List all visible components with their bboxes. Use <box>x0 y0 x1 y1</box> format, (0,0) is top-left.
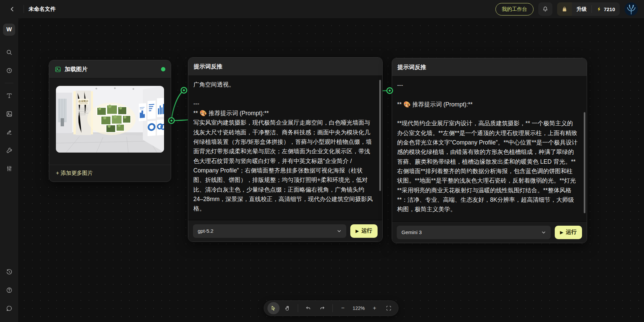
input-port-prompt-b[interactable] <box>386 87 393 94</box>
workflow-canvas[interactable]: 加载图片 企业简介 Company Profile <box>18 18 644 322</box>
coral-avatar-image <box>624 2 638 16</box>
node-prompt-a-header[interactable]: 提示词反推 <box>188 58 382 76</box>
fit-view-button[interactable] <box>383 302 395 314</box>
edge-loadimage-to-prompt-a[interactable] <box>171 90 184 121</box>
node-title: 提示词反推 <box>397 63 426 71</box>
svg-text:企业简介: 企业简介 <box>78 100 89 103</box>
node-title: 加载图片 <box>65 65 88 73</box>
prompt-a-scrollbar[interactable] <box>379 80 381 191</box>
document-title: 未命名文件 <box>29 6 56 13</box>
prompt-b-scrollbar[interactable] <box>584 112 585 213</box>
add-more-images-button[interactable]: + 添加更多图片 <box>49 165 171 182</box>
credits-count: 7210 <box>604 6 615 12</box>
back-button[interactable] <box>6 3 19 15</box>
redo-button[interactable] <box>316 302 328 314</box>
zoom-level[interactable]: 122% <box>351 305 366 311</box>
select-tool-button[interactable] <box>267 302 280 314</box>
divider <box>332 304 333 312</box>
image-node-icon <box>55 66 61 73</box>
run-label: 运行 <box>361 227 372 234</box>
prompt-a-output-text[interactable]: 广角空间透视。 --- ** 🎨 推荐提示词 (Prompt):** 写实风室内… <box>188 76 382 220</box>
pencil-icon <box>6 129 13 136</box>
chat-bubble-icon <box>6 305 13 312</box>
divider <box>298 304 298 312</box>
status-dot <box>161 67 165 71</box>
sliders-icon <box>6 165 13 172</box>
model-select-value: Gemini 3 <box>401 229 422 235</box>
prompt-a-footer: gpt-5.2 ▶ 运行 <box>188 220 382 242</box>
search-button[interactable] <box>3 46 15 59</box>
history-button[interactable] <box>3 64 15 77</box>
help-button[interactable] <box>3 284 15 296</box>
svg-text:Company Profile: Company Profile <box>79 103 88 104</box>
my-workspace-button[interactable]: 我的工作台 <box>495 3 534 15</box>
text-tool-button[interactable] <box>3 89 15 102</box>
recent-actions-button[interactable] <box>3 265 15 278</box>
text-icon <box>6 92 13 99</box>
zoom-in-button[interactable]: + <box>368 302 381 314</box>
divider <box>5 83 13 83</box>
node-load-image[interactable]: 加载图片 企业简介 Company Profile <box>49 60 171 182</box>
run-button-a[interactable]: ▶ 运行 <box>350 224 378 238</box>
chevron-down-icon <box>541 230 546 235</box>
node-title: 提示词反推 <box>194 63 222 70</box>
node-load-image-header[interactable]: 加载图片 <box>49 60 171 78</box>
bell-icon <box>542 6 549 12</box>
showroom-image: 企业简介 Company Profile <box>56 86 164 153</box>
image-tool-button[interactable] <box>3 107 15 120</box>
run-button-b[interactable]: ▶ 运行 <box>555 226 582 239</box>
play-icon: ▶ <box>356 229 359 233</box>
image-icon <box>6 110 13 118</box>
left-sidebar: W <box>0 18 18 322</box>
node-prompt-b-header[interactable]: 提示词反推 <box>392 58 587 76</box>
wrench-icon <box>6 147 13 154</box>
lightning-bolt-icon <box>597 6 602 12</box>
chevron-down-icon <box>337 229 342 233</box>
node-prompt-reverse-a[interactable]: 提示词反推 广角空间透视。 --- ** 🎨 推荐提示词 (Prompt):**… <box>188 57 383 242</box>
zoom-out-button[interactable]: − <box>337 302 349 314</box>
run-label: 运行 <box>566 229 577 236</box>
play-icon: ▶ <box>560 230 563 235</box>
model-select-a[interactable]: gpt-5.2 <box>193 224 346 238</box>
prompt-b-output-text[interactable]: --- ** 🎨 推荐提示词 (Prompt):** **现代简约企业展厅室内设… <box>392 76 587 221</box>
loaded-image-thumbnail[interactable]: 企业简介 Company Profile <box>56 86 164 153</box>
top-bar: 未命名文件 我的工作台 升级 7210 <box>0 0 644 18</box>
clock-icon <box>6 67 13 74</box>
prompt-b-footer: Gemini 3 ▶ 运行 <box>392 221 587 243</box>
back-arrow-icon <box>9 6 16 12</box>
notifications-button[interactable] <box>538 2 552 16</box>
cursor-icon <box>270 305 277 311</box>
hand-icon <box>285 305 291 311</box>
undo-icon <box>305 305 311 311</box>
canvas-toolbar: − 122% + <box>264 300 398 316</box>
draw-tool-button[interactable] <box>3 126 15 138</box>
redo-icon <box>319 305 325 311</box>
input-port-prompt-a[interactable] <box>181 87 187 94</box>
undo-button[interactable] <box>302 302 314 314</box>
app-logo[interactable]: W <box>3 24 15 36</box>
model-select-value: gpt-5.2 <box>198 228 214 234</box>
history-restore-icon <box>6 268 13 276</box>
credits-button[interactable]: 7210 <box>592 6 620 12</box>
fullscreen-icon <box>386 305 392 311</box>
tools-button[interactable] <box>3 144 15 157</box>
model-select-b[interactable]: Gemini 3 <box>397 226 551 239</box>
user-avatar[interactable] <box>624 2 638 16</box>
divider <box>24 5 24 13</box>
question-icon <box>6 287 13 294</box>
shopping-bag-icon <box>561 6 568 12</box>
upgrade-button[interactable]: 升级 <box>572 6 591 12</box>
output-port-load-image[interactable] <box>168 117 175 124</box>
upgrade-group: 升级 7210 <box>557 2 620 16</box>
adjust-button[interactable] <box>3 162 15 175</box>
node-prompt-reverse-b[interactable]: 提示词反推 --- ** 🎨 推荐提示词 (Prompt):** **现代简约企… <box>392 58 587 243</box>
pan-tool-button[interactable] <box>282 302 294 314</box>
search-icon <box>6 49 13 56</box>
shop-button[interactable] <box>557 2 572 16</box>
feedback-button[interactable] <box>3 302 15 315</box>
